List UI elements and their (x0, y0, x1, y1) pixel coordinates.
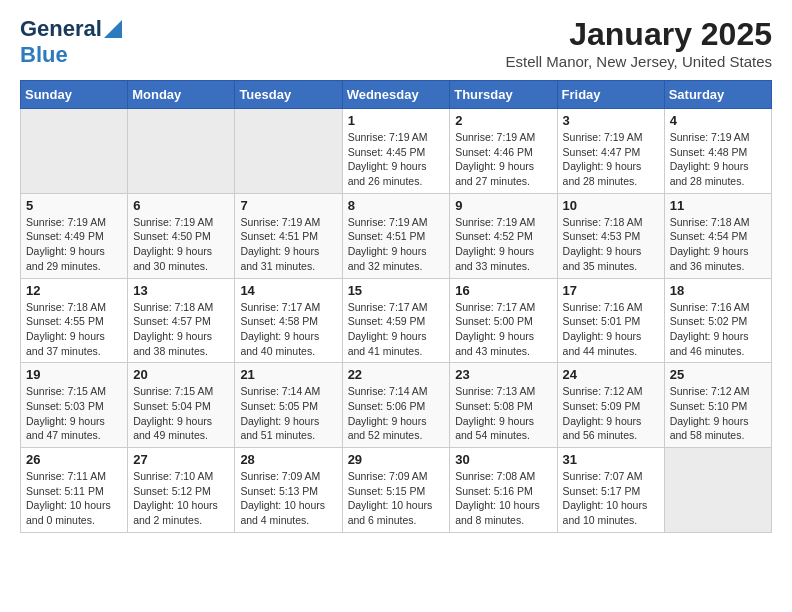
day-info: Sunrise: 7:12 AMSunset: 5:10 PMDaylight:… (670, 384, 766, 443)
day-info: Sunrise: 7:18 AMSunset: 4:55 PMDaylight:… (26, 300, 122, 359)
col-friday: Friday (557, 81, 664, 109)
day-info: Sunrise: 7:19 AMSunset: 4:51 PMDaylight:… (240, 215, 336, 274)
calendar-cell-4-4: 22Sunrise: 7:14 AMSunset: 5:06 PMDayligh… (342, 363, 450, 448)
day-number: 30 (455, 452, 551, 467)
calendar-cell-1-1 (21, 109, 128, 194)
day-info: Sunrise: 7:19 AMSunset: 4:45 PMDaylight:… (348, 130, 445, 189)
calendar-table: Sunday Monday Tuesday Wednesday Thursday… (20, 80, 772, 533)
calendar-title: January 2025 (506, 16, 773, 53)
calendar-cell-2-7: 11Sunrise: 7:18 AMSunset: 4:54 PMDayligh… (664, 193, 771, 278)
col-sunday: Sunday (21, 81, 128, 109)
day-info: Sunrise: 7:18 AMSunset: 4:54 PMDaylight:… (670, 215, 766, 274)
day-number: 13 (133, 283, 229, 298)
day-number: 23 (455, 367, 551, 382)
calendar-cell-4-7: 25Sunrise: 7:12 AMSunset: 5:10 PMDayligh… (664, 363, 771, 448)
calendar-cell-4-3: 21Sunrise: 7:14 AMSunset: 5:05 PMDayligh… (235, 363, 342, 448)
day-number: 21 (240, 367, 336, 382)
day-number: 25 (670, 367, 766, 382)
calendar-cell-5-4: 29Sunrise: 7:09 AMSunset: 5:15 PMDayligh… (342, 448, 450, 533)
header: General Blue January 2025 Estell Manor, … (20, 16, 772, 70)
day-info: Sunrise: 7:08 AMSunset: 5:16 PMDaylight:… (455, 469, 551, 528)
logo-blue: Blue (20, 42, 68, 67)
day-info: Sunrise: 7:13 AMSunset: 5:08 PMDaylight:… (455, 384, 551, 443)
calendar-week-5: 26Sunrise: 7:11 AMSunset: 5:11 PMDayligh… (21, 448, 772, 533)
calendar-cell-1-2 (128, 109, 235, 194)
calendar-week-4: 19Sunrise: 7:15 AMSunset: 5:03 PMDayligh… (21, 363, 772, 448)
day-number: 26 (26, 452, 122, 467)
day-number: 11 (670, 198, 766, 213)
calendar-cell-4-6: 24Sunrise: 7:12 AMSunset: 5:09 PMDayligh… (557, 363, 664, 448)
calendar-cell-4-1: 19Sunrise: 7:15 AMSunset: 5:03 PMDayligh… (21, 363, 128, 448)
day-info: Sunrise: 7:11 AMSunset: 5:11 PMDaylight:… (26, 469, 122, 528)
logo: General Blue (20, 16, 122, 68)
day-info: Sunrise: 7:10 AMSunset: 5:12 PMDaylight:… (133, 469, 229, 528)
day-number: 28 (240, 452, 336, 467)
col-thursday: Thursday (450, 81, 557, 109)
day-number: 24 (563, 367, 659, 382)
day-info: Sunrise: 7:19 AMSunset: 4:52 PMDaylight:… (455, 215, 551, 274)
calendar-cell-5-1: 26Sunrise: 7:11 AMSunset: 5:11 PMDayligh… (21, 448, 128, 533)
day-info: Sunrise: 7:15 AMSunset: 5:04 PMDaylight:… (133, 384, 229, 443)
day-info: Sunrise: 7:09 AMSunset: 5:13 PMDaylight:… (240, 469, 336, 528)
day-number: 19 (26, 367, 122, 382)
day-number: 12 (26, 283, 122, 298)
calendar-cell-4-2: 20Sunrise: 7:15 AMSunset: 5:04 PMDayligh… (128, 363, 235, 448)
calendar-cell-1-4: 1Sunrise: 7:19 AMSunset: 4:45 PMDaylight… (342, 109, 450, 194)
day-number: 29 (348, 452, 445, 467)
calendar-cell-5-6: 31Sunrise: 7:07 AMSunset: 5:17 PMDayligh… (557, 448, 664, 533)
day-number: 15 (348, 283, 445, 298)
day-info: Sunrise: 7:09 AMSunset: 5:15 PMDaylight:… (348, 469, 445, 528)
col-monday: Monday (128, 81, 235, 109)
day-info: Sunrise: 7:17 AMSunset: 5:00 PMDaylight:… (455, 300, 551, 359)
calendar-header-row: Sunday Monday Tuesday Wednesday Thursday… (21, 81, 772, 109)
calendar-cell-3-3: 14Sunrise: 7:17 AMSunset: 4:58 PMDayligh… (235, 278, 342, 363)
day-number: 8 (348, 198, 445, 213)
calendar-cell-2-1: 5Sunrise: 7:19 AMSunset: 4:49 PMDaylight… (21, 193, 128, 278)
day-number: 9 (455, 198, 551, 213)
calendar-subtitle: Estell Manor, New Jersey, United States (506, 53, 773, 70)
day-number: 17 (563, 283, 659, 298)
calendar-cell-3-5: 16Sunrise: 7:17 AMSunset: 5:00 PMDayligh… (450, 278, 557, 363)
calendar-cell-3-6: 17Sunrise: 7:16 AMSunset: 5:01 PMDayligh… (557, 278, 664, 363)
day-number: 27 (133, 452, 229, 467)
col-tuesday: Tuesday (235, 81, 342, 109)
calendar-cell-2-3: 7Sunrise: 7:19 AMSunset: 4:51 PMDaylight… (235, 193, 342, 278)
day-number: 5 (26, 198, 122, 213)
day-info: Sunrise: 7:19 AMSunset: 4:50 PMDaylight:… (133, 215, 229, 274)
day-number: 4 (670, 113, 766, 128)
calendar-cell-3-2: 13Sunrise: 7:18 AMSunset: 4:57 PMDayligh… (128, 278, 235, 363)
day-info: Sunrise: 7:17 AMSunset: 4:58 PMDaylight:… (240, 300, 336, 359)
day-number: 6 (133, 198, 229, 213)
day-number: 2 (455, 113, 551, 128)
calendar-cell-5-3: 28Sunrise: 7:09 AMSunset: 5:13 PMDayligh… (235, 448, 342, 533)
day-info: Sunrise: 7:17 AMSunset: 4:59 PMDaylight:… (348, 300, 445, 359)
day-info: Sunrise: 7:14 AMSunset: 5:06 PMDaylight:… (348, 384, 445, 443)
day-info: Sunrise: 7:07 AMSunset: 5:17 PMDaylight:… (563, 469, 659, 528)
day-info: Sunrise: 7:16 AMSunset: 5:02 PMDaylight:… (670, 300, 766, 359)
day-number: 7 (240, 198, 336, 213)
svg-marker-0 (104, 20, 122, 38)
day-info: Sunrise: 7:18 AMSunset: 4:57 PMDaylight:… (133, 300, 229, 359)
calendar-cell-3-7: 18Sunrise: 7:16 AMSunset: 5:02 PMDayligh… (664, 278, 771, 363)
day-number: 1 (348, 113, 445, 128)
calendar-cell-2-5: 9Sunrise: 7:19 AMSunset: 4:52 PMDaylight… (450, 193, 557, 278)
logo-triangle-icon (104, 20, 122, 38)
day-info: Sunrise: 7:19 AMSunset: 4:48 PMDaylight:… (670, 130, 766, 189)
calendar-cell-3-1: 12Sunrise: 7:18 AMSunset: 4:55 PMDayligh… (21, 278, 128, 363)
day-number: 18 (670, 283, 766, 298)
calendar-cell-1-6: 3Sunrise: 7:19 AMSunset: 4:47 PMDaylight… (557, 109, 664, 194)
day-info: Sunrise: 7:19 AMSunset: 4:47 PMDaylight:… (563, 130, 659, 189)
col-saturday: Saturday (664, 81, 771, 109)
day-number: 3 (563, 113, 659, 128)
calendar-week-2: 5Sunrise: 7:19 AMSunset: 4:49 PMDaylight… (21, 193, 772, 278)
title-block: January 2025 Estell Manor, New Jersey, U… (506, 16, 773, 70)
calendar-cell-5-5: 30Sunrise: 7:08 AMSunset: 5:16 PMDayligh… (450, 448, 557, 533)
day-info: Sunrise: 7:15 AMSunset: 5:03 PMDaylight:… (26, 384, 122, 443)
calendar-week-1: 1Sunrise: 7:19 AMSunset: 4:45 PMDaylight… (21, 109, 772, 194)
day-info: Sunrise: 7:19 AMSunset: 4:49 PMDaylight:… (26, 215, 122, 274)
calendar-cell-2-6: 10Sunrise: 7:18 AMSunset: 4:53 PMDayligh… (557, 193, 664, 278)
day-info: Sunrise: 7:12 AMSunset: 5:09 PMDaylight:… (563, 384, 659, 443)
day-number: 22 (348, 367, 445, 382)
day-info: Sunrise: 7:16 AMSunset: 5:01 PMDaylight:… (563, 300, 659, 359)
day-info: Sunrise: 7:19 AMSunset: 4:46 PMDaylight:… (455, 130, 551, 189)
